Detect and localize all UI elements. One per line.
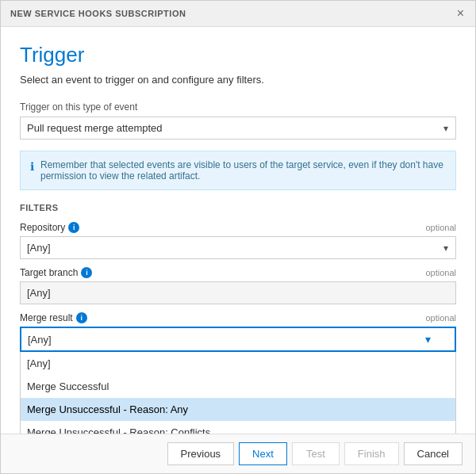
trigger-select-wrapper: Pull request merge attempted Code pushed… — [20, 117, 456, 140]
repository-select[interactable]: [Any] — [20, 236, 456, 259]
dialog-titlebar: NEW SERVICE HOOKS SUBSCRIPTION × — [1, 1, 475, 27]
target-branch-value: [Any] — [20, 281, 456, 304]
test-button[interactable]: Test — [292, 442, 340, 465]
repository-select-wrapper: [Any] ▾ — [20, 236, 456, 259]
info-message: Remember that selected events are visibl… — [40, 159, 446, 182]
repository-filter-row: Repository i optional — [20, 222, 456, 233]
repository-label: Repository i — [20, 222, 79, 233]
merge-result-option-merge-successful[interactable]: Merge Successful — [21, 375, 455, 398]
merge-result-selected[interactable]: [Any] ▾ — [20, 327, 456, 352]
merge-result-dropdown[interactable]: [Any] ▾ [Any] Merge Successful Merge Uns… — [20, 327, 456, 434]
dialog-footer: Previous Next Test Finish Cancel — [1, 434, 475, 473]
trigger-label: Trigger on this type of event — [20, 101, 456, 113]
finish-button[interactable]: Finish — [344, 442, 399, 465]
dialog: NEW SERVICE HOOKS SUBSCRIPTION × Trigger… — [0, 0, 476, 474]
cancel-button[interactable]: Cancel — [404, 442, 463, 465]
dialog-title: NEW SERVICE HOOKS SUBSCRIPTION — [10, 9, 186, 18]
merge-result-dropdown-list: [Any] Merge Successful Merge Unsuccessfu… — [20, 352, 456, 434]
merge-result-option-unsuccessful-any[interactable]: Merge Unsuccessful - Reason: Any — [21, 398, 455, 421]
merge-result-option-conflicts[interactable]: Merge Unsuccessful - Reason: Conflicts — [21, 421, 455, 434]
info-icon: ℹ — [30, 160, 34, 173]
trigger-field-group: Trigger on this type of event Pull reque… — [20, 101, 456, 140]
target-branch-optional: optional — [425, 268, 456, 277]
next-button[interactable]: Next — [239, 442, 287, 465]
info-box: ℹ Remember that selected events are visi… — [20, 151, 456, 190]
merge-result-filter-row: Merge result i optional — [20, 312, 456, 323]
close-button[interactable]: × — [455, 7, 466, 20]
previous-button[interactable]: Previous — [167, 442, 235, 465]
repository-optional: optional — [425, 223, 456, 232]
merge-result-info-icon: i — [76, 312, 87, 323]
repository-info-icon: i — [68, 222, 79, 233]
target-branch-info-icon: i — [81, 267, 92, 278]
filters-heading: FILTERS — [20, 203, 456, 212]
merge-result-option-any[interactable]: [Any] — [21, 352, 455, 375]
merge-result-label: Merge result i — [20, 312, 87, 323]
merge-result-selected-value: [Any] — [28, 334, 52, 346]
chevron-down-icon: ▾ — [425, 333, 431, 346]
trigger-select[interactable]: Pull request merge attempted Code pushed… — [20, 117, 456, 140]
page-subtitle: Select an event to trigger on and config… — [20, 74, 456, 86]
target-branch-label: Target branch i — [20, 267, 92, 278]
page-title: Trigger — [20, 43, 456, 67]
target-branch-filter-row: Target branch i optional — [20, 267, 456, 278]
merge-result-optional: optional — [425, 313, 456, 323]
dialog-body: Trigger Select an event to trigger on an… — [1, 27, 475, 434]
